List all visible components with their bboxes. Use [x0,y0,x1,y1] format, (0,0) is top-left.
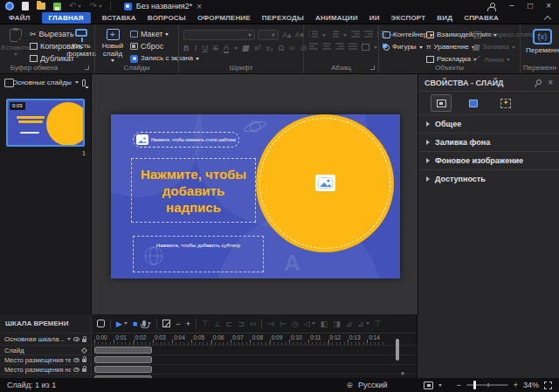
display-mode-icon[interactable] [424,382,433,389]
clip-end-button[interactable]: ⊢ [280,320,286,328]
group-clips-button[interactable]: ∺ [250,320,257,328]
maximize-button[interactable]: □ [525,2,535,10]
save-icon[interactable] [53,3,61,10]
collapse-ribbon-icon[interactable] [544,16,551,23]
scroll-down-icon[interactable]: ▼ [400,371,405,376]
visibility-icon[interactable] [73,337,79,341]
zoom-slider-handle[interactable] [473,381,476,389]
clip-slide[interactable] [94,347,152,354]
record-audio-button[interactable] [142,320,151,327]
track-options-caret-icon[interactable] [67,338,71,340]
main-track-header[interactable]: Основная шкала ... [0,334,92,345]
tag-icon[interactable] [81,347,87,353]
close-window-button[interactable]: × [543,2,554,10]
zoom-in-timeline-button[interactable]: + [186,320,190,328]
font-family-select[interactable] [183,30,255,40]
document-tab[interactable]: Без названия2* × [119,0,207,12]
tab-slide-properties[interactable] [431,94,452,112]
font-size-select[interactable] [258,30,279,40]
presenter-monitor-icon[interactable] [82,79,86,86]
frame-mode-button[interactable] [97,320,105,327]
subscript-button[interactable]: x₂ [266,44,273,52]
clip-partial[interactable] [94,375,152,378]
tab-animations[interactable]: АНИМАЦИИ [315,14,358,22]
slides-panel-header[interactable]: Основные слайды [0,74,91,90]
pin-panel-icon[interactable] [534,79,541,86]
fade-out-button[interactable]: ◨ [333,320,341,328]
section-accessibility[interactable]: Доступность [418,169,559,188]
arrangement-button[interactable]: Раскладка [426,55,477,64]
undo-button[interactable]: ↶ [69,2,81,10]
track-header-text-placeholder[interactable]: Место размещения те... [0,355,92,364]
superscript-button[interactable]: x² [254,44,261,52]
audio-options-button[interactable]: ◁ [304,320,315,328]
variables-button[interactable]: (x) Переменн [528,29,557,54]
zoom-slider[interactable] [466,384,508,386]
trim-end-button[interactable]: ⊐ [238,320,245,328]
clock-button[interactable]: ◷ [292,320,299,328]
open-folder-icon[interactable] [37,3,45,10]
close-panel-icon[interactable]: × [548,79,553,86]
visibility-icon[interactable] [73,358,79,362]
paste-button[interactable]: Вставить [4,29,27,56]
new-slide-button[interactable]: Новый слайд [99,29,127,62]
link-button[interactable]: ∞ [289,44,294,52]
language-selector[interactable]: Русский [358,381,387,389]
clip-text-placeholder[interactable] [94,356,152,363]
tab-export[interactable]: ЭКСПОРТ [391,14,426,22]
symbol-button[interactable]: Ω [279,44,285,52]
minimize-button[interactable]: − [507,2,517,10]
equation-button[interactable]: π Уравнение [426,43,475,52]
cut-button[interactable]: ✂ Вырезать [30,30,74,38]
paragraph-dialog-launcher-icon[interactable] [370,65,375,70]
volume-top-button[interactable]: ⊤ [375,320,382,328]
highlight-button[interactable] [242,45,249,52]
split-up-button[interactable]: ⊤ [202,320,209,328]
timeline-scrollbar[interactable] [396,339,399,361]
zoom-in-button[interactable]: + [514,381,518,389]
play-button[interactable]: ▶ [116,320,128,328]
align-left-icon[interactable] [309,43,318,52]
increase-font-icon[interactable]: A▴ [282,31,292,39]
subtitle-placeholder[interactable]: Нажмите, чтобы добавить субтитр [133,236,264,272]
shapes-button[interactable]: Фигуры [383,43,423,52]
time-ruler[interactable]: 0:00 0:01 0:02 0:03 0:04 0:05 0:06 0:07 … [92,334,417,345]
tab-insert[interactable]: ВСТАВКА [102,14,136,22]
tab-ai[interactable]: ИИ [369,14,380,22]
layout-button[interactable]: Макет [130,30,169,38]
tab-home[interactable]: ГЛАВНАЯ [42,12,91,24]
align-right-icon[interactable] [335,43,344,52]
numbered-list-icon[interactable] [330,31,339,39]
image-placeholder-icon[interactable] [315,175,335,191]
redo-button[interactable]: ↷ [89,2,101,10]
fit-to-window-icon[interactable] [544,382,552,389]
increase-indent-icon[interactable] [364,31,373,39]
tab-help[interactable]: СПРАВКА [464,14,499,22]
clipboard-dialog-launcher-icon[interactable] [85,65,89,70]
tab-object-properties[interactable] [463,94,484,112]
bold-button[interactable]: B [183,44,190,52]
tab-design[interactable]: ОФОРМЛЕНИЕ [197,14,251,22]
tab-effects-properties[interactable]: ✦ [495,94,516,112]
fade-in-button[interactable]: ◧ [321,320,328,328]
track-header-caption-placeholder[interactable]: Место размещения на... [0,365,92,374]
underline-button[interactable]: U [203,44,209,52]
clip-caption-placeholder[interactable] [94,366,152,373]
volume-options-button[interactable]: ⊿ [357,320,369,328]
title-placeholder[interactable]: Нажмите, чтобы добавить надпись [131,158,256,223]
zoom-out-button[interactable]: − [456,381,460,389]
tab-view[interactable]: ВИД [437,14,452,22]
strikethrough-button[interactable]: S [213,44,218,52]
italic-button[interactable]: I [195,44,197,52]
new-document-icon[interactable] [22,2,29,10]
bullet-list-icon[interactable] [309,31,318,39]
clip-start-button[interactable]: ⊣ [267,320,274,328]
format-painter-button[interactable]: Кисть формата [69,29,93,58]
section-background-image[interactable]: Фоновое изображение [418,151,559,169]
disable-timing-button[interactable] [162,320,170,327]
slides-panel-caret-icon[interactable] [75,81,79,84]
tab-transitions[interactable]: ПЕРЕХОДЫ [262,14,304,22]
align-justify-icon[interactable] [349,43,357,52]
lock-icon[interactable] [82,359,86,362]
track-header-slide[interactable]: Слайд [0,346,92,354]
